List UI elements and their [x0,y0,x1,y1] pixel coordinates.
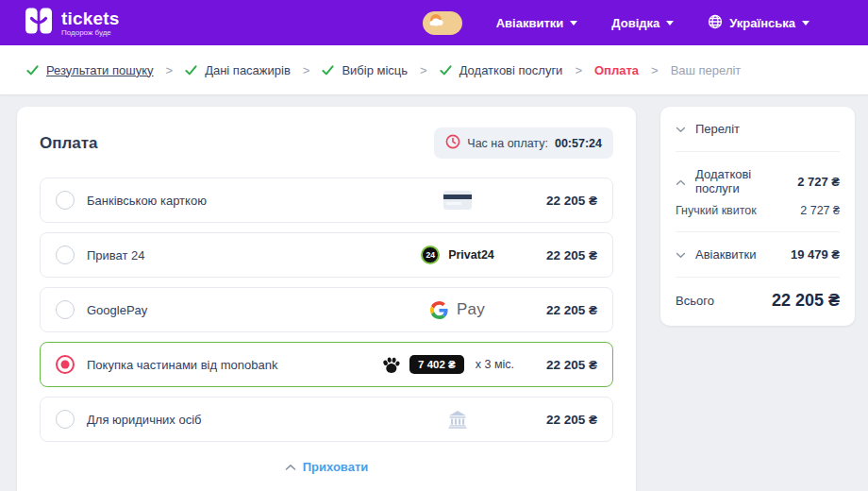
payment-option-label: GooglePay [87,303,147,317]
payment-timer-badge: Час на оплату: 00:57:24 [434,127,613,159]
breadcrumb-separator: > [303,63,310,77]
chevron-down-icon [676,122,686,136]
summary-section-value: 2 727 ₴ [797,175,840,189]
breadcrumb-separator: > [166,63,174,77]
payment-option-bank-card[interactable]: Банківською карткою 22 205 ₴ [40,178,613,223]
breadcrumb-step-search-results[interactable]: Результати пошуку [26,63,154,77]
radio-button[interactable] [56,246,75,264]
check-icon [185,65,197,76]
radio-button-selected[interactable] [56,355,75,374]
payment-option-label: Приват 24 [87,248,145,262]
summary-total-value: 22 205 ₴ [772,291,840,311]
payment-option-legal-entities[interactable]: Для юридичних осіб [40,397,613,442]
payment-option-right: 22 205 ₴ [395,410,597,429]
option-price: 22 205 ₴ [520,413,597,427]
content: Оплата Час на оплату: 00:57:24 Банківськ… [0,94,868,491]
check-icon [322,65,334,76]
radio-button[interactable] [56,410,75,429]
order-summary-card: Переліт Додаткові послуги 2 727 ₴ Гнучки… [660,107,855,326]
payment-option-privat24[interactable]: Приват 24 24 Privat24 22 205 ₴ [40,232,613,278]
summary-section-value: 19 479 ₴ [791,247,840,262]
monobank-paw-icon [381,356,401,374]
gpay-wordmark: Pay [457,300,485,319]
option-price: 22 205 ₴ [520,194,597,208]
summary-section-label: Авіаквитки [695,247,756,262]
theme-toggle[interactable] [423,11,462,35]
summary-item-flexible-ticket: Гнучкий квиток 2 727 ₴ [676,204,840,231]
sun-cloud-icon [426,12,449,33]
chevron-down-icon [802,21,810,25]
payment-option-googlepay[interactable]: GooglePay Pay 22 205 ₴ [40,287,613,332]
breadcrumb-label: Оплата [594,63,639,77]
breadcrumb-step-passenger-data[interactable]: Дані пасажирів [185,63,291,77]
summary-item-value: 2 727 ₴ [800,204,840,217]
nav-avia-tickets[interactable]: Авіаквитки [496,16,578,30]
payment-option-right: Pay 22 205 ₴ [395,300,597,319]
summary-total-row: Всього 22 205 ₴ [676,278,840,326]
radio-button[interactable] [56,191,75,210]
summary-section-flight[interactable]: Переліт [676,107,840,151]
payment-card-header: Оплата Час на оплату: 00:57:24 [40,127,613,159]
brand-area [395,191,520,210]
logo-name: tickets [61,9,120,27]
summary-section-avia-tickets[interactable]: Авіаквитки 19 479 ₴ [676,232,840,277]
bank-building-icon [447,410,468,429]
option-price: 22 205 ₴ [520,248,597,262]
option-price: 22 205 ₴ [520,303,597,317]
tickets-logo-icon [25,7,53,39]
check-icon [440,65,452,76]
summary-section-extra-services[interactable]: Додаткові послуги 2 727 ₴ [676,152,840,204]
breadcrumb-step-your-flight: Ваш переліт [671,63,742,77]
breadcrumb-step-payment: Оплата [594,63,639,77]
privat24-icon: 24 [421,246,440,264]
breadcrumb-label: Ваш переліт [671,63,742,77]
page: tickets Подорож буде Авіаквитки [0,0,868,491]
logo[interactable]: tickets Подорож буде [25,7,120,39]
nav-avia-tickets-label: Авіаквитки [496,16,564,30]
payment-option-label: Банківською карткою [87,194,207,208]
nav-help[interactable]: Довідка [611,16,674,30]
payment-option-monobank-installments[interactable]: Покупка частинами від monobank [40,342,613,387]
check-icon [26,65,39,76]
payment-option-right: 7 402 ₴ х 3 міс. 22 205 ₴ [381,355,597,374]
brand-area: Pay [395,300,520,319]
breadcrumb-step-seat-selection[interactable]: Вибір місць [322,63,408,77]
breadcrumb-label: Додаткові послуги [459,63,563,77]
collapse-options-label: Приховати [303,460,369,474]
breadcrumb-separator: > [420,63,427,77]
breadcrumb-separator: > [651,63,659,77]
breadcrumb-label: Результати пошуку [46,63,154,77]
breadcrumb-label: Дані пасажирів [205,63,291,77]
top-bar: tickets Подорож буде Авіаквитки [0,0,868,45]
radio-button[interactable] [56,300,75,319]
logo-tagline: Подорож буде [61,29,120,37]
breadcrumb-label: Вибір місць [342,63,408,77]
summary-section-label: Переліт [695,122,740,136]
summary-total-label: Всього [676,294,714,308]
timer-label: Час на оплату: [467,137,548,150]
chevron-down-icon [666,21,674,25]
chevron-down-icon [570,21,577,25]
breadcrumb-step-extra-services[interactable]: Додаткові послуги [440,63,563,77]
google-g-icon [430,301,448,319]
brand-area: 24 Privat24 [395,246,520,264]
clock-icon [445,134,460,152]
nav-language[interactable]: Українська [708,14,810,32]
payment-card: Оплата Час на оплату: 00:57:24 Банківськ… [17,107,636,491]
collapse-options-link[interactable]: Приховати [40,458,613,475]
top-nav: Авіаквитки Довідка Українська [423,11,810,35]
summary-item-label: Гнучкий квиток [676,204,757,217]
breadcrumb: Результати пошуку > Дані пасажирів > Виб… [0,45,868,94]
globe-icon [708,14,723,32]
payment-option-right: 22 205 ₴ [395,191,597,210]
timer-value: 00:57:24 [555,137,602,150]
installment-term: х 3 міс. [476,358,514,371]
option-price: 22 205 ₴ [520,358,597,372]
page-title: Оплата [40,134,98,153]
breadcrumb-separator: > [575,63,582,77]
payment-option-label: Покупка частинами від monobank [87,358,277,372]
summary-section-label: Додаткові послуги [695,167,797,195]
chevron-down-icon [676,247,686,262]
installment-amount-badge: 7 402 ₴ [409,355,464,374]
nav-language-label: Українська [729,16,795,30]
